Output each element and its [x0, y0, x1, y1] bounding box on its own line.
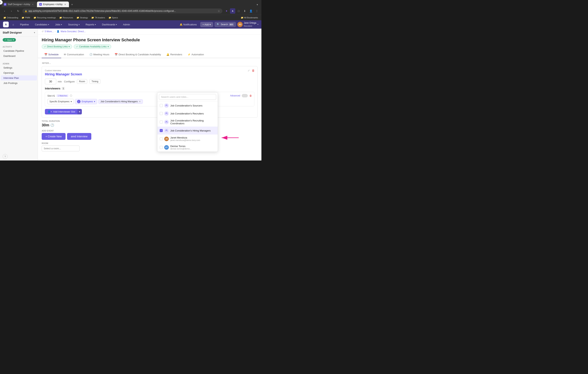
- add-interviewer-slot-button[interactable]: 👤+ Add Interviewer Slot ▾: [45, 109, 82, 114]
- help-button[interactable]: ?: [3, 154, 8, 159]
- nav-reports[interactable]: Reports ▾: [83, 21, 98, 27]
- candidate-availability-badge[interactable]: ✓ Candidate Availability Links ▾: [74, 44, 111, 49]
- tab-employees[interactable]: A Employees • Ashby ✕: [37, 1, 69, 7]
- tab-overflow[interactable]: ▾: [255, 2, 260, 7]
- room-label: Room: [42, 142, 258, 144]
- sidebar-item-job-postings[interactable]: Job Postings: [1, 81, 37, 86]
- sidebar-item-openings[interactable]: Openings: [1, 70, 37, 75]
- bookmark-resources[interactable]: 📁 Resources: [58, 16, 75, 20]
- nav-admin[interactable]: Admin: [121, 21, 132, 27]
- sidebar-item-settings[interactable]: Settings: [1, 65, 37, 70]
- timing-config-button[interactable]: Timing: [89, 79, 100, 84]
- tab-meeting-hours[interactable]: 🕐 Meeting Hours: [87, 51, 112, 58]
- extensions-icon[interactable]: ✦: [224, 8, 229, 14]
- interviewers-label: Interviewers: [45, 87, 60, 90]
- slot-delete-icon[interactable]: 🗑: [249, 94, 252, 97]
- tab-communication[interactable]: ✉ Communication: [61, 51, 87, 58]
- shared-interview-button[interactable]: ared Interview: [67, 133, 91, 140]
- dropdown-search-input[interactable]: [159, 94, 216, 100]
- profile-icon[interactable]: 👤: [248, 8, 253, 14]
- tab-automation[interactable]: ⚡ Automation: [185, 51, 207, 58]
- nav-sourcing[interactable]: Sourcing ▾: [66, 21, 82, 27]
- denise-info: Denise Torres denise.torres@demo...: [170, 145, 215, 150]
- dropdown-item-denise[interactable]: DT Denise Torres denise.torres@demo...: [158, 143, 218, 151]
- sourcing-chevron: ▾: [79, 23, 80, 26]
- download-icon[interactable]: ⬇: [242, 8, 247, 14]
- dropdown-item-recruiters[interactable]: Job Consideration's Recruiters: [158, 109, 218, 118]
- sidebar: ✕ Staff Designer ▾ ✓ Open ▾ ACTIVITY Can…: [0, 29, 38, 160]
- create-new-button[interactable]: + Create New: [42, 133, 65, 140]
- direct-booking-tab-label: Direct Booking & Candidate Availability: [119, 53, 161, 56]
- bookmark-star-icon[interactable]: ☆: [218, 10, 220, 12]
- bookmark-specs[interactable]: 📁 Specs: [107, 16, 120, 20]
- slot-advanced[interactable]: Advanced: [230, 94, 240, 97]
- specific-employees-select[interactable]: Specific Employees: ▾: [47, 99, 74, 104]
- room-config-button[interactable]: Room: [77, 79, 87, 84]
- bookmark-recurring[interactable]: 📁 Recurring meetings: [32, 16, 57, 20]
- slot-toggle[interactable]: [242, 94, 248, 97]
- breadcrumb-more[interactable]: 5 More...: [45, 30, 54, 33]
- hiring-managers-checkbox[interactable]: ✓: [160, 129, 163, 132]
- breadcrumb: ↺ 5 More... › 👤 Maria Gonzalez: Direct..…: [38, 29, 262, 34]
- refresh-button[interactable]: ↻: [16, 8, 21, 14]
- dropdown-item-hiring-managers[interactable]: ✓ Job Consideration's Hiring Managers: [158, 127, 218, 135]
- add-slot-dropdown-arrow[interactable]: ▾: [77, 109, 82, 114]
- delete-card-icon[interactable]: 🗑: [252, 69, 255, 72]
- search-bar[interactable]: 🔍 Search ⌘K: [215, 22, 236, 27]
- tab-staff-designer[interactable]: A Staff Designer • Ashby ✕: [1, 1, 37, 7]
- tab-bar: A Staff Designer • Ashby ✕ A Employees •…: [0, 0, 262, 7]
- dropdown-item-janet[interactable]: JM Janet Mendoza janet.mendoza@demo.tony…: [158, 135, 218, 143]
- nav-home[interactable]: ⌂: [10, 21, 16, 27]
- recruiters-checkbox[interactable]: [160, 112, 163, 115]
- nav-pipeline[interactable]: Pipeline: [18, 21, 31, 27]
- tab-direct-booking[interactable]: 📅 Direct Booking & Candidate Availabilit…: [112, 51, 164, 58]
- nav-candidates[interactable]: Candidates ▾: [32, 21, 51, 27]
- sidebar-item-dashboard[interactable]: Dashboard: [1, 53, 37, 59]
- direct-booking-chevron: ▾: [69, 45, 70, 48]
- forward-button[interactable]: ›: [9, 8, 14, 14]
- add-button[interactable]: + Add ▾: [200, 22, 213, 27]
- bookmark-pmm[interactable]: 📁 PMM: [20, 16, 32, 20]
- bookmark-label-6: TA leaders: [95, 16, 105, 19]
- recruiting-coords-checkbox[interactable]: [160, 120, 163, 124]
- tab-close-1[interactable]: ✕: [31, 3, 34, 6]
- janet-email: janet.mendoza@demo.tony.com: [170, 139, 215, 141]
- status-badge[interactable]: ✓ Open ▾: [3, 38, 16, 42]
- denise-checkbox[interactable]: [160, 146, 163, 149]
- sidebar-item-candidate-pipeline[interactable]: Candidate Pipeline: [1, 48, 37, 53]
- room-input[interactable]: [42, 146, 80, 151]
- bookmark-folder-icon: 📁: [3, 16, 6, 19]
- slot-info-icon[interactable]: ⓘ: [70, 94, 72, 97]
- nav-reports-label: Reports: [86, 23, 94, 26]
- bookmark-strategy[interactable]: 📁 Strategy: [75, 16, 90, 20]
- expand-icon[interactable]: ⤢: [248, 69, 250, 72]
- janet-checkbox[interactable]: [160, 137, 163, 140]
- tab-schedule[interactable]: 📅 Schedule: [42, 51, 61, 58]
- tab-reminders[interactable]: 🔔 Reminders: [164, 51, 185, 58]
- employees-tag[interactable]: 1 Employees ▾: [75, 99, 97, 104]
- ashby-extension-icon[interactable]: A: [230, 8, 235, 14]
- all-bookmarks[interactable]: 📁 All Bookmarks: [239, 16, 260, 20]
- hiring-managers-tag[interactable]: Job Consideration's Hiring Managers ✕: [98, 99, 143, 104]
- dropdown-item-recruiting-coords[interactable]: Job Consideration's Recruiting Coordinat…: [158, 118, 218, 127]
- janet-name: Janet Mendoza: [170, 136, 215, 139]
- bookmark-ta-leaders[interactable]: 📁 TA leaders: [90, 16, 106, 20]
- url-bar[interactable]: 🔒 app.ashbyhq.com/jobs/e02d75e5-884b-43c…: [22, 9, 222, 13]
- tab-add-button[interactable]: +: [69, 2, 75, 7]
- user-menu[interactable]: JO Jane Ortega Nocobird ▾: [237, 21, 258, 27]
- dropdown-item-sourcers[interactable]: Job Consideration's Sourcers: [158, 102, 218, 109]
- bookmark-onboarding[interactable]: 📁 Onboarding: [2, 16, 20, 20]
- direct-booking-badge[interactable]: ✓ Direct Booking Links ▾: [42, 44, 72, 49]
- back-button[interactable]: ‹: [2, 8, 7, 14]
- hiring-managers-remove-icon[interactable]: ✕: [139, 100, 141, 103]
- sidebar-item-interview-plan[interactable]: Interview Plan: [1, 75, 37, 81]
- browser-extension-icon[interactable]: □: [236, 8, 241, 14]
- menu-icon[interactable]: ⋮: [254, 8, 260, 14]
- notifications-button[interactable]: 🔔 Notifications: [178, 22, 199, 27]
- nav-dashboards[interactable]: Dashboards ▾: [100, 21, 119, 27]
- tab-close-2[interactable]: ✕: [64, 3, 67, 6]
- duration-input[interactable]: [45, 79, 56, 84]
- nav-jobs[interactable]: Jobs ▾: [53, 21, 64, 27]
- breadcrumb-current[interactable]: Maria Gonzalez: Direct...: [61, 30, 86, 33]
- sourcers-checkbox[interactable]: [160, 104, 163, 107]
